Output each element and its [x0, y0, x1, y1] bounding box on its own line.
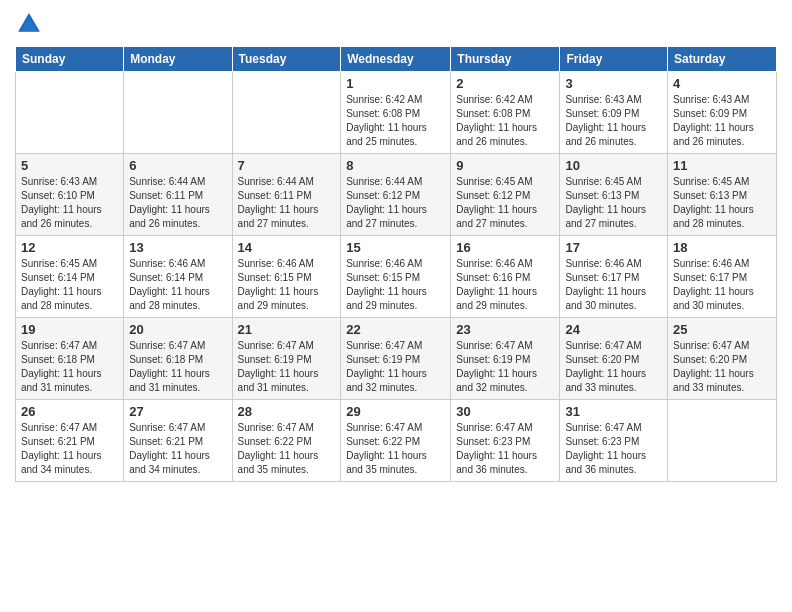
calendar-cell: 2Sunrise: 6:42 AMSunset: 6:08 PMDaylight…	[451, 72, 560, 154]
col-wednesday: Wednesday	[341, 47, 451, 72]
day-number: 5	[21, 158, 118, 173]
day-number: 4	[673, 76, 771, 91]
day-number: 22	[346, 322, 445, 337]
day-info: Sunrise: 6:43 AMSunset: 6:09 PMDaylight:…	[673, 93, 771, 149]
day-info: Sunrise: 6:47 AMSunset: 6:20 PMDaylight:…	[565, 339, 662, 395]
calendar-cell: 19Sunrise: 6:47 AMSunset: 6:18 PMDayligh…	[16, 318, 124, 400]
calendar-cell: 25Sunrise: 6:47 AMSunset: 6:20 PMDayligh…	[668, 318, 777, 400]
calendar-week-3: 12Sunrise: 6:45 AMSunset: 6:14 PMDayligh…	[16, 236, 777, 318]
page: Sunday Monday Tuesday Wednesday Thursday…	[0, 0, 792, 612]
day-info: Sunrise: 6:47 AMSunset: 6:23 PMDaylight:…	[565, 421, 662, 477]
day-number: 21	[238, 322, 336, 337]
calendar-cell: 14Sunrise: 6:46 AMSunset: 6:15 PMDayligh…	[232, 236, 341, 318]
day-info: Sunrise: 6:46 AMSunset: 6:14 PMDaylight:…	[129, 257, 226, 313]
day-number: 20	[129, 322, 226, 337]
calendar-cell: 28Sunrise: 6:47 AMSunset: 6:22 PMDayligh…	[232, 400, 341, 482]
day-info: Sunrise: 6:47 AMSunset: 6:19 PMDaylight:…	[238, 339, 336, 395]
calendar-cell: 29Sunrise: 6:47 AMSunset: 6:22 PMDayligh…	[341, 400, 451, 482]
calendar-cell	[16, 72, 124, 154]
day-number: 25	[673, 322, 771, 337]
day-info: Sunrise: 6:47 AMSunset: 6:22 PMDaylight:…	[346, 421, 445, 477]
day-number: 14	[238, 240, 336, 255]
day-number: 26	[21, 404, 118, 419]
day-number: 23	[456, 322, 554, 337]
day-number: 29	[346, 404, 445, 419]
calendar-cell: 30Sunrise: 6:47 AMSunset: 6:23 PMDayligh…	[451, 400, 560, 482]
day-info: Sunrise: 6:46 AMSunset: 6:15 PMDaylight:…	[238, 257, 336, 313]
day-info: Sunrise: 6:42 AMSunset: 6:08 PMDaylight:…	[456, 93, 554, 149]
day-info: Sunrise: 6:45 AMSunset: 6:13 PMDaylight:…	[565, 175, 662, 231]
logo-icon	[15, 10, 43, 38]
day-number: 3	[565, 76, 662, 91]
day-number: 2	[456, 76, 554, 91]
day-number: 6	[129, 158, 226, 173]
calendar-cell: 26Sunrise: 6:47 AMSunset: 6:21 PMDayligh…	[16, 400, 124, 482]
day-number: 17	[565, 240, 662, 255]
day-info: Sunrise: 6:43 AMSunset: 6:09 PMDaylight:…	[565, 93, 662, 149]
day-info: Sunrise: 6:44 AMSunset: 6:11 PMDaylight:…	[129, 175, 226, 231]
day-info: Sunrise: 6:44 AMSunset: 6:12 PMDaylight:…	[346, 175, 445, 231]
calendar-cell	[668, 400, 777, 482]
day-info: Sunrise: 6:47 AMSunset: 6:23 PMDaylight:…	[456, 421, 554, 477]
calendar-cell: 23Sunrise: 6:47 AMSunset: 6:19 PMDayligh…	[451, 318, 560, 400]
calendar-cell: 1Sunrise: 6:42 AMSunset: 6:08 PMDaylight…	[341, 72, 451, 154]
calendar-cell: 16Sunrise: 6:46 AMSunset: 6:16 PMDayligh…	[451, 236, 560, 318]
calendar-cell: 7Sunrise: 6:44 AMSunset: 6:11 PMDaylight…	[232, 154, 341, 236]
day-info: Sunrise: 6:47 AMSunset: 6:19 PMDaylight:…	[346, 339, 445, 395]
calendar-cell: 4Sunrise: 6:43 AMSunset: 6:09 PMDaylight…	[668, 72, 777, 154]
day-info: Sunrise: 6:46 AMSunset: 6:16 PMDaylight:…	[456, 257, 554, 313]
day-number: 10	[565, 158, 662, 173]
day-info: Sunrise: 6:43 AMSunset: 6:10 PMDaylight:…	[21, 175, 118, 231]
calendar-cell: 8Sunrise: 6:44 AMSunset: 6:12 PMDaylight…	[341, 154, 451, 236]
day-number: 15	[346, 240, 445, 255]
calendar-cell: 3Sunrise: 6:43 AMSunset: 6:09 PMDaylight…	[560, 72, 668, 154]
calendar-cell: 24Sunrise: 6:47 AMSunset: 6:20 PMDayligh…	[560, 318, 668, 400]
calendar-week-2: 5Sunrise: 6:43 AMSunset: 6:10 PMDaylight…	[16, 154, 777, 236]
header	[15, 10, 777, 38]
day-info: Sunrise: 6:47 AMSunset: 6:21 PMDaylight:…	[129, 421, 226, 477]
day-number: 19	[21, 322, 118, 337]
day-info: Sunrise: 6:46 AMSunset: 6:17 PMDaylight:…	[565, 257, 662, 313]
col-thursday: Thursday	[451, 47, 560, 72]
day-info: Sunrise: 6:45 AMSunset: 6:14 PMDaylight:…	[21, 257, 118, 313]
calendar-week-1: 1Sunrise: 6:42 AMSunset: 6:08 PMDaylight…	[16, 72, 777, 154]
calendar-week-4: 19Sunrise: 6:47 AMSunset: 6:18 PMDayligh…	[16, 318, 777, 400]
calendar-cell: 27Sunrise: 6:47 AMSunset: 6:21 PMDayligh…	[124, 400, 232, 482]
day-info: Sunrise: 6:47 AMSunset: 6:18 PMDaylight:…	[129, 339, 226, 395]
calendar-cell: 18Sunrise: 6:46 AMSunset: 6:17 PMDayligh…	[668, 236, 777, 318]
day-info: Sunrise: 6:47 AMSunset: 6:20 PMDaylight:…	[673, 339, 771, 395]
calendar-cell: 12Sunrise: 6:45 AMSunset: 6:14 PMDayligh…	[16, 236, 124, 318]
calendar-cell: 20Sunrise: 6:47 AMSunset: 6:18 PMDayligh…	[124, 318, 232, 400]
day-info: Sunrise: 6:47 AMSunset: 6:22 PMDaylight:…	[238, 421, 336, 477]
logo	[15, 10, 47, 38]
day-number: 1	[346, 76, 445, 91]
day-info: Sunrise: 6:47 AMSunset: 6:18 PMDaylight:…	[21, 339, 118, 395]
calendar-cell: 15Sunrise: 6:46 AMSunset: 6:15 PMDayligh…	[341, 236, 451, 318]
day-number: 9	[456, 158, 554, 173]
day-number: 31	[565, 404, 662, 419]
calendar-cell: 6Sunrise: 6:44 AMSunset: 6:11 PMDaylight…	[124, 154, 232, 236]
col-sunday: Sunday	[16, 47, 124, 72]
col-monday: Monday	[124, 47, 232, 72]
col-friday: Friday	[560, 47, 668, 72]
calendar-cell: 9Sunrise: 6:45 AMSunset: 6:12 PMDaylight…	[451, 154, 560, 236]
calendar-cell: 11Sunrise: 6:45 AMSunset: 6:13 PMDayligh…	[668, 154, 777, 236]
day-number: 28	[238, 404, 336, 419]
calendar-cell: 10Sunrise: 6:45 AMSunset: 6:13 PMDayligh…	[560, 154, 668, 236]
day-number: 27	[129, 404, 226, 419]
day-info: Sunrise: 6:45 AMSunset: 6:13 PMDaylight:…	[673, 175, 771, 231]
day-number: 18	[673, 240, 771, 255]
col-saturday: Saturday	[668, 47, 777, 72]
day-info: Sunrise: 6:47 AMSunset: 6:19 PMDaylight:…	[456, 339, 554, 395]
day-number: 8	[346, 158, 445, 173]
day-number: 16	[456, 240, 554, 255]
day-info: Sunrise: 6:42 AMSunset: 6:08 PMDaylight:…	[346, 93, 445, 149]
day-info: Sunrise: 6:46 AMSunset: 6:17 PMDaylight:…	[673, 257, 771, 313]
day-info: Sunrise: 6:44 AMSunset: 6:11 PMDaylight:…	[238, 175, 336, 231]
calendar-cell: 17Sunrise: 6:46 AMSunset: 6:17 PMDayligh…	[560, 236, 668, 318]
day-info: Sunrise: 6:47 AMSunset: 6:21 PMDaylight:…	[21, 421, 118, 477]
calendar-cell: 13Sunrise: 6:46 AMSunset: 6:14 PMDayligh…	[124, 236, 232, 318]
calendar-cell	[124, 72, 232, 154]
col-tuesday: Tuesday	[232, 47, 341, 72]
calendar-cell: 5Sunrise: 6:43 AMSunset: 6:10 PMDaylight…	[16, 154, 124, 236]
